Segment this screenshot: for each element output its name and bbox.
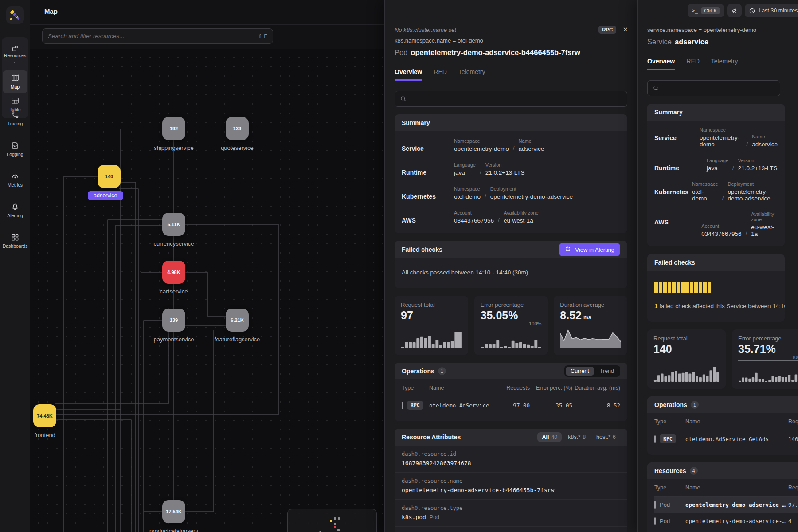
- map-node-adservice[interactable]: 140: [98, 165, 121, 188]
- field-key: Namespace: [692, 181, 718, 187]
- pod-tab-telemetry[interactable]: Telemetry: [458, 68, 485, 81]
- node-value: 4.98K: [167, 270, 180, 275]
- attribute-filter-All[interactable]: All40: [537, 432, 562, 442]
- map-search-bar[interactable]: ⇧ F: [42, 28, 273, 44]
- map-node-paymentservice[interactable]: 139: [162, 309, 185, 332]
- map-node-frontend[interactable]: 74.48K: [33, 404, 56, 427]
- resources-table-row[interactable]: Podopentelemetry-demo-adservice-b…97.00: [654, 497, 798, 513]
- map-node-currencyservice[interactable]: 5.11K: [162, 213, 185, 236]
- field-key: Availability zone: [504, 210, 539, 215]
- column-header: Requests: [788, 484, 798, 491]
- summary-field: Version21.0.2+13-LTS: [738, 158, 778, 172]
- row-name: oteldemo.AdService GetAds: [685, 436, 788, 442]
- service-panel-search[interactable]: [647, 80, 780, 96]
- metric-axis-label: 100%: [738, 355, 798, 361]
- sidebar-item-label: Alerting: [7, 213, 23, 218]
- pod-panel-search[interactable]: [395, 91, 627, 107]
- app-logo[interactable]: [6, 6, 24, 24]
- map-search-input[interactable]: [48, 33, 258, 39]
- operations-table-row[interactable]: RPCoteldemo.AdService GetAds140.00: [654, 430, 798, 448]
- sidebar-item-label: Map: [11, 84, 20, 90]
- summary-field: Account034437667956: [454, 210, 494, 224]
- service-panel-search-input[interactable]: [663, 85, 775, 92]
- sidebar-item-logging[interactable]: Logging: [2, 138, 28, 160]
- namespace-line: service.namespace = opentelemetry-demo: [647, 27, 798, 33]
- command-palette-button[interactable]: >_ Ctrl K: [688, 4, 724, 17]
- field-value: java: [454, 169, 476, 176]
- map-node-cartservice[interactable]: 4.98K: [162, 261, 185, 284]
- service-detail-panel: service.namespace = opentelemetry-demo S…: [637, 0, 798, 532]
- row-tick: [654, 517, 656, 525]
- summary-row-aws: AWSAccount034437667956/Availability zone…: [402, 205, 620, 229]
- view-in-alerting-button[interactable]: View in Alerting: [559, 243, 620, 256]
- map-node-featureflagservice[interactable]: 6.21K: [226, 309, 249, 332]
- sidebar-item-tracing[interactable]: Tracing: [2, 107, 28, 130]
- time-range-button[interactable]: Last 30 minutes: [745, 4, 798, 17]
- close-icon[interactable]: ✕: [622, 26, 628, 34]
- resources-table-row[interactable]: Podopentelemetry-demo-adservice-b…4: [654, 513, 798, 529]
- label-text: paymentservice: [153, 336, 194, 344]
- metric-card-duration-average: Duration average8.52ms: [554, 296, 627, 355]
- map-node-quoteservice[interactable]: 139: [226, 117, 249, 140]
- summary-field: Nameadservice: [519, 138, 544, 152]
- field-key: Namespace: [700, 127, 742, 133]
- summary-fields: Namespaceopentelemetry-demo/Nameadservic…: [700, 127, 778, 148]
- label-text: productcatalogservice: [149, 528, 199, 532]
- metric-value: 35.05%: [481, 309, 542, 322]
- row-name: opentelemetry-demo-adservice-b…: [685, 518, 788, 524]
- sidebar-item-alerting[interactable]: Alerting: [2, 199, 28, 222]
- minimap-viewport[interactable]: [326, 512, 346, 532]
- toggle-option-current[interactable]: Current: [566, 367, 594, 376]
- map-node-productcatalogservice[interactable]: 17.54K: [162, 500, 185, 523]
- rpc-badge: RPC: [407, 401, 423, 410]
- service-tab-telemetry[interactable]: Telemetry: [711, 58, 738, 70]
- row-type-cell: RPC: [402, 401, 429, 410]
- operations-count-badge: 1: [691, 401, 699, 409]
- row-tick: [402, 402, 403, 409]
- map-node-label-currencyservice: currencyservice: [147, 240, 200, 248]
- node-value: 139: [233, 126, 241, 131]
- service-tab-overview[interactable]: Overview: [647, 58, 675, 70]
- search-icon: [653, 85, 660, 92]
- pod-tab-red[interactable]: RED: [434, 68, 447, 81]
- topbar-divider: [30, 24, 384, 25]
- node-value: 192: [170, 126, 178, 131]
- explore-button[interactable]: [727, 4, 742, 17]
- summary-row-service: ServiceNamespaceopentelemetry-demo/Namea…: [654, 122, 778, 153]
- resources-table-row[interactable]: Podopentelemetry-demo-adservice-b…: [654, 529, 798, 532]
- map-node-label-adservice[interactable]: adservice: [88, 191, 123, 200]
- sidebar-item-metrics[interactable]: Metrics: [2, 168, 28, 191]
- sidebar-item-resources[interactable]: Resources: [3, 41, 27, 70]
- pod-tab-overview[interactable]: Overview: [395, 68, 422, 81]
- failed-check-bar: [668, 282, 671, 293]
- minimap[interactable]: [287, 509, 377, 532]
- service-tab-red[interactable]: RED: [686, 58, 700, 70]
- service-map[interactable]: 192shippingservice139quoteservice140adse…: [30, 49, 384, 532]
- filter-label: host.*: [596, 434, 610, 440]
- filter-label: All: [542, 434, 549, 440]
- field-key: Deployment: [490, 186, 573, 192]
- field-value: eu-west-1a: [504, 217, 539, 224]
- attribute-key-text: dash0.resource.id: [402, 451, 456, 457]
- resources-table-header: TypeNameRequests: [654, 480, 798, 496]
- row-value: 140.00: [788, 436, 798, 442]
- field-key: Version: [738, 158, 778, 163]
- summary-field: Namespaceotel-demo: [454, 186, 481, 200]
- row-type-cell: Pod: [654, 501, 685, 509]
- sidebar-item-dashboards[interactable]: Dashboards: [2, 230, 28, 252]
- toggle-option-trend[interactable]: Trend: [595, 367, 619, 376]
- label-text: quoteservice: [221, 145, 254, 152]
- sidebar-item-map[interactable]: Map: [3, 70, 27, 93]
- failed-check-bar: [659, 282, 662, 293]
- metric-sparkline: [401, 328, 462, 350]
- field-value: opentelemetry-demo: [454, 145, 509, 152]
- summary-field: Availability zoneeu-west-1a: [751, 211, 778, 237]
- map-node-shippingservice[interactable]: 192: [162, 117, 185, 140]
- attribute-filter-host[interactable]: host.*6: [592, 432, 620, 442]
- field-key: Namespace: [454, 138, 509, 144]
- column-header: Requests: [493, 384, 530, 391]
- failed-check-bar: [681, 282, 685, 293]
- attribute-filter-k8s[interactable]: k8s.*8: [563, 432, 590, 442]
- pod-panel-search-input[interactable]: [411, 96, 622, 102]
- operations-table-row[interactable]: RPCoteldemo.AdService GetAds97.0035.058.…: [402, 396, 620, 414]
